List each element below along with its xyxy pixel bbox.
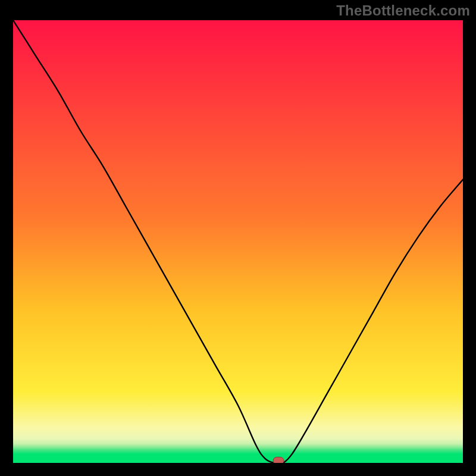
gradient-background <box>13 20 463 463</box>
chart-frame: { "watermark": "TheBottleneck.com", "col… <box>0 0 476 476</box>
optimal-marker <box>273 457 284 464</box>
bottleneck-chart <box>0 0 476 476</box>
